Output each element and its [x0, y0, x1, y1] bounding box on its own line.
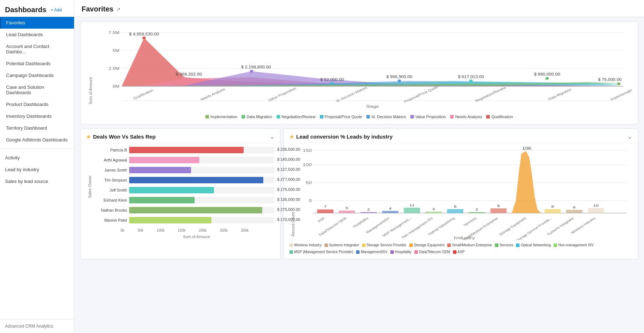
legend-item: Id. Decision Makers [366, 115, 406, 119]
lead-chart-body: Record Count 150 100 50 [284, 143, 638, 259]
sidebar-section-item-lead-by-industry[interactable]: Lead by industry [0, 164, 74, 175]
svg-rect-59 [469, 212, 485, 213]
legend-item: Proposal/Price Quote [320, 115, 362, 119]
bar-x-tick: 50k [138, 228, 143, 232]
svg-rect-47 [339, 211, 355, 213]
sidebar-title-text: Dashboards [5, 6, 47, 14]
bar-x-tick: 300k [241, 228, 249, 232]
sidebar-section-item-sales-by-lead-source[interactable]: Sales by lead source [0, 175, 74, 187]
bar-fill [129, 157, 199, 163]
sidebar-header: Dashboards + Add [0, 0, 74, 17]
svg-rect-51 [382, 211, 398, 213]
svg-text:10: 10 [593, 204, 599, 207]
sidebar-item-favorites[interactable]: Favorites [0, 17, 74, 29]
bar-track: $ 135,000.00 [129, 197, 274, 203]
svg-text:5M: 5M [113, 48, 119, 53]
svg-text:0M: 0M [113, 84, 119, 88]
legend-item: Value Proposition [410, 115, 446, 119]
bar-fill [129, 177, 263, 183]
sidebar-item-inventory-dashboards[interactable]: Inventory Dashboards [0, 110, 74, 122]
bar-row: Tim Simpson $ 277,000.00 [95, 177, 274, 183]
svg-point-12 [250, 70, 253, 73]
svg-rect-53 [404, 208, 420, 213]
bar-value: $ 135,000.00 [277, 197, 300, 202]
svg-text:Services: Services [462, 217, 477, 227]
sidebar-footer: Advanced CRM Analytics [0, 319, 74, 333]
svg-text:Hospitality: Hospitality [352, 217, 369, 228]
sidebar-section-item-activity[interactable]: Activity [0, 152, 74, 164]
svg-text:8: 8 [454, 205, 457, 208]
bar-x-tick: 150k [178, 228, 186, 232]
bar-label: Patricia B [95, 148, 127, 152]
bar-chart-container: Sales Owner Patricia B $ 236,500.00 Arth… [86, 147, 274, 227]
svg-text:2: 2 [367, 208, 370, 211]
sidebar-item-potential-dashboards[interactable]: Potential Dashboards [0, 58, 74, 69]
svg-rect-61 [491, 208, 507, 213]
bar-chart-x-label: Sum of Amount [118, 235, 274, 239]
bar-chart-y-label: Sales Owner [86, 147, 93, 227]
bar-value: $ 127,500.00 [277, 167, 300, 172]
svg-point-11 [182, 77, 186, 80]
bar-track: $ 275,000.00 [129, 207, 274, 213]
bar-value: $ 175,000.00 [277, 187, 300, 192]
svg-text:6: 6 [573, 206, 576, 209]
bar-label: Manish Patel [95, 218, 127, 222]
external-link-icon[interactable]: ↗ [116, 6, 121, 12]
area-chart-body: Sum of Amount 7.5M 5M 2.5M 0M [80, 22, 638, 124]
bar-chart-header: ★ Deals Won Vs Sales Rep ⌄ [80, 129, 280, 143]
sidebar-item-territory-dashboard[interactable]: Territory Dashboard [0, 122, 74, 134]
lead-chart-panel: ★ Lead conversion % Leads by industry ⌄ … [283, 129, 638, 259]
sidebar-item-lead-dashboards[interactable]: Lead Dashboards [0, 29, 74, 40]
bar-fill [129, 187, 214, 193]
svg-point-15 [469, 79, 473, 82]
sidebar-nav: FavoritesLead DashboardsAccount and Cont… [0, 17, 74, 146]
svg-text:5: 5 [346, 206, 348, 209]
svg-text:50: 50 [306, 181, 312, 185]
bar-x-tick: 0k [121, 228, 125, 232]
sidebar-item-account-contact[interactable]: Account and Contact Dashbo... [0, 40, 74, 58]
svg-text:Implementation: Implementation [610, 87, 632, 101]
bottom-panels-row: ★ Deals Won Vs Sales Rep ⌄ Sales Owner P… [80, 129, 638, 259]
svg-text:4: 4 [389, 207, 392, 210]
svg-text:7.5M: 7.5M [108, 30, 119, 35]
bar-track: $ 170,000.00 [129, 217, 274, 223]
bar-chart-body: Sales Owner Patricia B $ 236,500.00 Arth… [80, 143, 280, 244]
svg-text:Id. Decision Makers: Id. Decision Makers [335, 86, 368, 103]
svg-text:$ 2,198,800.00: $ 2,198,800.00 [241, 65, 271, 69]
bar-track: $ 127,500.00 [129, 167, 274, 173]
bar-row: Manish Patel $ 170,000.00 [95, 217, 274, 223]
svg-text:Qualification: Qualification [133, 88, 154, 100]
svg-text:11: 11 [409, 203, 415, 207]
svg-text:7: 7 [324, 205, 327, 208]
sidebar-item-product-dashboards[interactable]: Product Dashboards [0, 98, 74, 110]
svg-text:Storage Equipment: Storage Equipment [498, 217, 527, 236]
svg-text:8: 8 [551, 205, 554, 208]
bar-label: James Smith [95, 168, 127, 172]
lc-legend-item: MSP (Management Service Provider) [289, 250, 353, 254]
sidebar-item-campaign-dashboards[interactable]: Campaign Dashboards [0, 69, 74, 81]
svg-text:Negotiation/Review: Negotiation/Review [474, 86, 507, 102]
lead-chart-collapse-icon[interactable]: ⌄ [628, 133, 632, 140]
add-dashboard-button[interactable]: + Add [49, 7, 63, 13]
lc-legend-item: Data/Telecom OEM [414, 250, 450, 254]
lc-legend-item: Services [495, 243, 513, 247]
bar-chart-collapse-icon[interactable]: ⌄ [270, 133, 274, 140]
bar-value: $ 275,000.00 [277, 207, 300, 212]
sidebar-item-google-adwords[interactable]: Google AdWords Dashboards [0, 134, 74, 146]
bar-value: $ 170,000.00 [277, 217, 300, 222]
lead-chart-title: ★ Lead conversion % Leads by industry [289, 134, 392, 140]
area-chart-svg: 7.5M 5M 2.5M 0M [95, 25, 632, 111]
bar-x-tick: 250k [220, 228, 228, 232]
area-chart-container: 7.5M 5M 2.5M 0M [95, 25, 632, 112]
lc-legend-item: ManagementISV [356, 250, 387, 254]
svg-text:$ 4,959,530.00: $ 4,959,530.00 [129, 32, 159, 36]
svg-text:150: 150 [303, 149, 312, 153]
sidebar-item-case-solution[interactable]: Case and Solution Dashboards [0, 81, 74, 98]
bar-row: Jeff Smith $ 175,000.00 [95, 187, 274, 193]
svg-rect-45 [317, 209, 333, 213]
svg-text:0: 0 [309, 199, 312, 203]
bar-fill [129, 207, 262, 213]
svg-text:Data Migration: Data Migration [547, 87, 572, 101]
svg-rect-49 [361, 212, 377, 213]
legend-item: Data Migration [241, 115, 272, 119]
